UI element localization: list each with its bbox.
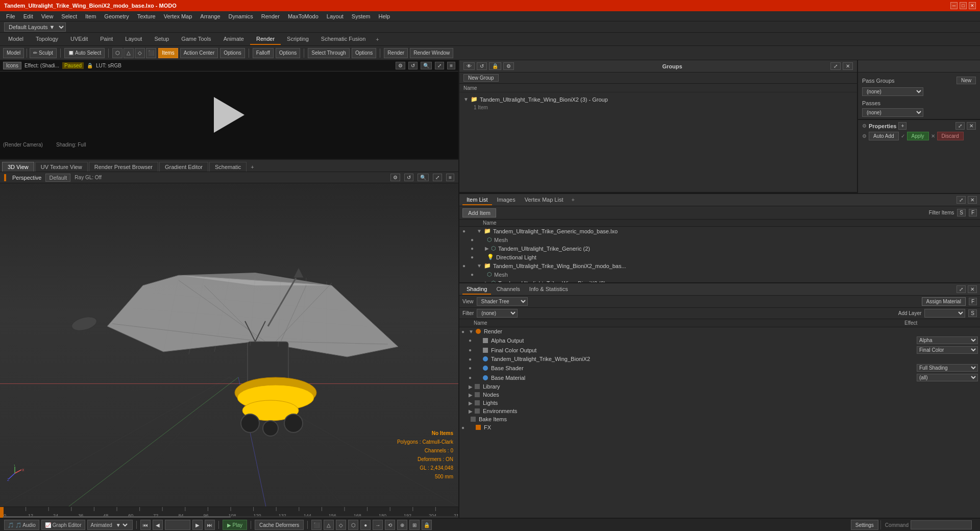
shading-row-nodes[interactable]: ▶ Nodes bbox=[459, 391, 980, 399]
item-row-6[interactable]: ● ▶ ⬡ Tandem_Ultralight_Trike_Wing_Bioni… bbox=[468, 279, 980, 282]
options-btn1[interactable]: Options bbox=[220, 48, 244, 58]
shading-row-base-shader[interactable]: ● Base Shader Full Shading bbox=[467, 363, 980, 373]
groups-settings-btn[interactable]: ⚙ bbox=[503, 62, 514, 70]
play-button[interactable] bbox=[214, 97, 244, 133]
options-btn2[interactable]: Options bbox=[276, 48, 300, 58]
shading-f-btn[interactable]: F bbox=[969, 298, 977, 305]
menu-item[interactable]: Item bbox=[81, 12, 100, 20]
tab-paint[interactable]: Paint bbox=[94, 34, 119, 45]
shading-row-final-color[interactable]: ● Final Color Output Final Color bbox=[467, 345, 980, 355]
new-group-btn[interactable]: New Group bbox=[463, 74, 499, 82]
tab-info-statistics[interactable]: Info & Statistics bbox=[525, 284, 572, 295]
groups-item-0[interactable]: ▼ 📁 Tandem_Ultralight_Trike_Wing_BioniX2… bbox=[461, 94, 855, 104]
render-btn[interactable]: Render bbox=[384, 48, 408, 58]
status-icon-5[interactable]: ● bbox=[360, 520, 371, 530]
next-frame-btn[interactable]: ▶ bbox=[192, 520, 203, 530]
add-item-btn[interactable]: Add Item bbox=[462, 208, 496, 218]
groups-lock-btn[interactable]: 🔒 bbox=[489, 62, 501, 70]
skip-to-start-btn[interactable]: ⏮ bbox=[140, 520, 151, 530]
preview-ctrl-2[interactable]: ↺ bbox=[408, 62, 418, 69]
tool-icon-3[interactable]: ◇ bbox=[135, 48, 145, 58]
tab-model[interactable]: Model bbox=[2, 34, 30, 45]
properties-close-btn[interactable]: ✕ bbox=[967, 122, 976, 130]
tab-render[interactable]: Render bbox=[250, 34, 281, 45]
shading-row-alpha[interactable]: ● Alpha Output Alpha bbox=[467, 335, 980, 345]
tool-icon-4[interactable]: ⬛ bbox=[146, 48, 156, 58]
timeline-ruler[interactable]: 0 12 24 36 48 60 72 84 96 108 120 132 14… bbox=[3, 507, 458, 518]
render-window-btn[interactable]: Render Window bbox=[410, 48, 453, 58]
add-layer-select[interactable] bbox=[924, 309, 965, 318]
tab-3d-view[interactable]: 3D View bbox=[2, 162, 34, 172]
menu-maxtomodo[interactable]: MaxToModo bbox=[284, 12, 323, 20]
tool-icon-1[interactable]: ⬡ bbox=[112, 48, 122, 58]
shading-row-bake[interactable]: Bake Items bbox=[459, 415, 980, 423]
alpha-effect-select[interactable]: Alpha bbox=[917, 336, 978, 344]
tab-images[interactable]: Images bbox=[493, 195, 520, 205]
view-tab-add[interactable]: + bbox=[248, 162, 257, 172]
pass-groups-select[interactable]: (none) bbox=[862, 87, 923, 96]
pass-groups-new-btn[interactable]: New bbox=[957, 77, 976, 84]
status-icon-2[interactable]: △ bbox=[324, 520, 334, 530]
tab-game-tools[interactable]: Game Tools bbox=[175, 34, 217, 45]
preview-ctrl-1[interactable]: ⚙ bbox=[396, 62, 405, 69]
sculpt-btn[interactable]: ✏ Sculpt bbox=[30, 48, 57, 58]
apply-btn[interactable]: Apply bbox=[907, 132, 929, 140]
shading-row-environments[interactable]: ▶ Environments bbox=[459, 407, 980, 415]
menu-arrange[interactable]: Arrange bbox=[196, 12, 224, 20]
shading-s-btn[interactable]: S bbox=[968, 309, 977, 317]
audio-btn[interactable]: 🎵 🎵 Audio bbox=[4, 520, 39, 530]
viewport-menu-btn[interactable]: ≡ bbox=[446, 174, 454, 181]
shading-filter-select[interactable]: (none) bbox=[477, 309, 518, 318]
settings-btn[interactable]: Settings bbox=[851, 520, 878, 530]
groups-expand-btn[interactable]: ⤢ bbox=[830, 62, 841, 70]
animated-select[interactable]: ▼ bbox=[114, 522, 129, 528]
auto-add-btn[interactable]: Auto Add bbox=[869, 132, 899, 140]
tab-schematic[interactable]: Schematic bbox=[209, 162, 247, 172]
graph-editor-btn[interactable]: 📈 Graph Editor bbox=[41, 520, 85, 530]
skip-to-end-btn[interactable]: ⏭ bbox=[205, 520, 215, 530]
shading-row-fx[interactable]: ● FX bbox=[459, 423, 980, 431]
tab-channels[interactable]: Channels bbox=[492, 284, 524, 295]
discard-btn[interactable]: Discard bbox=[937, 132, 964, 140]
viewport-maximize-btn[interactable]: ↺ bbox=[404, 174, 413, 181]
groups-refresh-btn[interactable]: ↺ bbox=[477, 62, 487, 70]
status-icon-1[interactable]: ⬛ bbox=[311, 520, 322, 530]
close-btn[interactable]: ✕ bbox=[969, 2, 976, 9]
tool-icon-2[interactable]: △ bbox=[124, 48, 134, 58]
item-row-5[interactable]: ● ⬡ Mesh bbox=[468, 270, 980, 279]
tab-gradient-editor[interactable]: Gradient Editor bbox=[159, 162, 208, 172]
menu-edit[interactable]: Edit bbox=[19, 12, 37, 20]
cache-deformers-btn[interactable]: Cache Deformers bbox=[255, 520, 304, 530]
base-material-effect-select[interactable]: (all) bbox=[917, 374, 978, 381]
status-icon-10[interactable]: 🔒 bbox=[422, 520, 432, 530]
falloff-btn[interactable]: Falloff bbox=[253, 48, 274, 58]
play-btn[interactable]: ▶ Play bbox=[223, 520, 247, 530]
items-btn[interactable]: Items bbox=[158, 48, 178, 58]
menu-file[interactable]: File bbox=[2, 12, 19, 20]
status-icon-6[interactable]: → bbox=[373, 520, 383, 530]
status-icon-3[interactable]: ◇ bbox=[336, 520, 346, 530]
menu-vertex-map[interactable]: Vertex Map bbox=[160, 12, 197, 20]
preview-icons-btn[interactable]: Icons bbox=[3, 62, 21, 69]
status-icon-9[interactable]: ⊞ bbox=[409, 520, 420, 530]
item-row-2[interactable]: ● ▶ ⬡ Tandem_Ultralight_Trike_Generic (2… bbox=[468, 244, 980, 253]
final-color-effect-select[interactable]: Final Color bbox=[917, 346, 978, 354]
base-shader-effect-select[interactable]: Full Shading bbox=[917, 364, 978, 372]
item-row-0[interactable]: ● ▼ 📁 Tandem_Ultralight_Trike_Generic_mo… bbox=[459, 227, 980, 235]
command-input[interactable] bbox=[911, 520, 972, 529]
options-btn3[interactable]: Options bbox=[352, 48, 376, 58]
shader-tree-select[interactable]: Shader Tree bbox=[477, 297, 528, 306]
item-row-1[interactable]: ● ⬡ Mesh bbox=[468, 235, 980, 244]
prev-frame-btn[interactable]: ◀ bbox=[153, 520, 163, 530]
auto-select-btn[interactable]: 🔲 Auto Select bbox=[64, 48, 105, 58]
item-list-close-btn[interactable]: ✕ bbox=[968, 196, 977, 204]
workspace-tab-add[interactable]: + bbox=[372, 34, 383, 44]
select-through-btn[interactable]: Select Through bbox=[308, 48, 350, 58]
menu-select[interactable]: Select bbox=[57, 12, 81, 20]
menu-texture[interactable]: Texture bbox=[133, 12, 160, 20]
shading-row-tandem[interactable]: ● Tandem_Ultralight_Trike_Wing_BioniX2 bbox=[467, 355, 980, 363]
tab-uv-texture-view[interactable]: UV Texture View bbox=[35, 162, 88, 172]
viewport-gear-btn[interactable]: ⚙ bbox=[390, 174, 400, 181]
item-list-f-btn[interactable]: F bbox=[969, 209, 977, 216]
shading-row-lights[interactable]: ▶ Lights bbox=[459, 399, 980, 407]
